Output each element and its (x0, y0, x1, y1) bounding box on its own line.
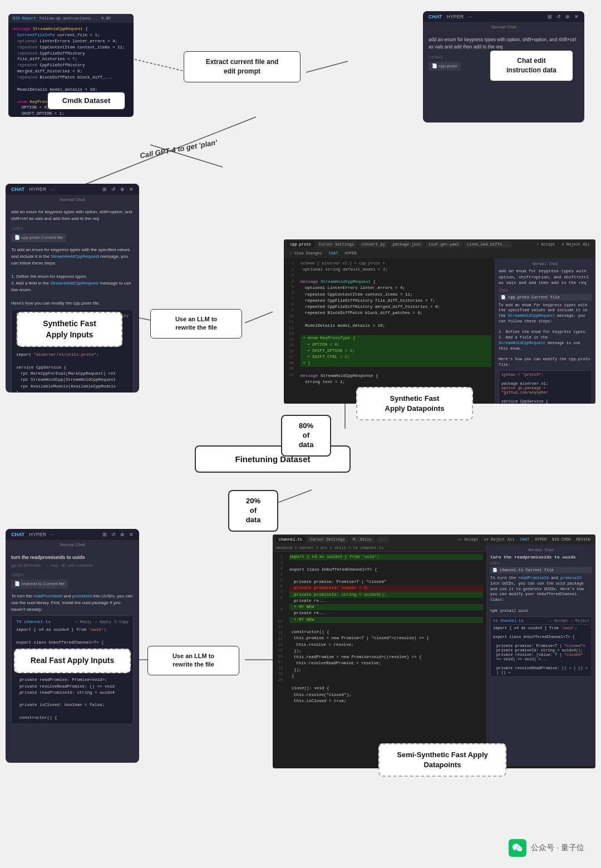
wx-icon (509, 839, 526, 857)
chat-bot-icon-refresh[interactable]: ↺ (111, 532, 116, 537)
terminal-tab-bar: BID Report Follow-up instructions... 0.8… (8, 14, 134, 23)
chat-bot-tab-more[interactable]: ··· (51, 532, 55, 537)
chat-tab-bot[interactable]: CHAT (518, 536, 531, 543)
chat-bot-icon-close[interactable]: ✕ (129, 532, 134, 537)
tab-clean-bad[interactable]: clean_bad_diff4... (464, 241, 512, 248)
vscode-mid-editor: cpp.proto Cursor Settings convert.py pac… (284, 239, 595, 404)
tab-cursor-settings-bot[interactable]: Cursor Settings (307, 536, 348, 543)
line-numbers-bot: 12345678 9 1011121314151617181920 (273, 552, 286, 763)
tab-convert-py[interactable]: convert.py (359, 241, 388, 248)
tab-cpp-proto[interactable]: cpp.proto (287, 241, 314, 248)
chat-mid-icon-close[interactable]: ✕ (129, 187, 134, 192)
synthetic-datapoints-label: Synthetic Fast Apply Datapoints (356, 387, 473, 420)
chat-bot-icon-pin[interactable]: ⊞ (102, 532, 107, 537)
bigcmdk-tab-bot[interactable]: BIG CMDK (550, 536, 573, 543)
chat-header-mid: CHAT HYPER ··· ⊞ ↺ ⊕ ✕ (6, 184, 139, 195)
percent-80-badge: 80% of data (281, 415, 331, 457)
tab-package-json[interactable]: package.json (390, 241, 423, 248)
svg-line-1 (306, 61, 348, 72)
cpp-proto-chip: 📄 cpp.proto (428, 62, 461, 71)
chat-header-bottom: CHAT HYPER ··· ⊞ ↺ ⊕ ✕ (6, 529, 139, 541)
apply-bot-action[interactable]: ✓ Apply (95, 619, 111, 625)
accept-accept[interactable]: ✓✓ Accept (456, 536, 480, 543)
chat-tab-hyper[interactable]: HYPER (446, 14, 464, 19)
cmdk-dataset-label: Cmdk Dataset (47, 92, 125, 110)
hyper-tab-bot[interactable]: HYPER (533, 536, 548, 543)
code-area-bot: import { v4 as uuidv4 } from 'uuid'; exp… (286, 552, 486, 763)
percent-20-badge: 20% of data (228, 490, 278, 532)
reject-all[interactable]: ✗ Reject All (560, 241, 592, 248)
chat-mid-tab-hyper[interactable]: HYPER (29, 187, 46, 192)
hyper-tab-mid[interactable]: HYPER (343, 250, 359, 257)
code-area-mid: schema { aiserver.v1 } > cpp.proto > opt… (297, 258, 495, 404)
chat-icon-close[interactable]: ✕ (574, 14, 579, 19)
chat-content-mid: add an enum for keypress types with opti… (6, 204, 139, 393)
chat-normal-title: Normal Chat (423, 23, 584, 32)
chat-edit-label-box: Chat edit instruction data (490, 50, 573, 81)
chat-mid-icon-add[interactable]: ⊕ (120, 187, 125, 192)
chat-icon-refresh[interactable]: ↺ (556, 14, 561, 19)
chat-mid-normal-title: Normal Chat (6, 195, 139, 204)
chat-header-top: CHAT HYPER ··· ⊞ ↺ ⊕ ✕ (423, 11, 584, 23)
vscode-mid-tabs: cpp.proto Cursor Settings convert.py pac… (284, 239, 595, 258)
chat-box-middle-left: CHAT HYPER ··· ⊞ ↺ ⊕ ✕ Normal Chat add a… (6, 184, 139, 393)
copy-bot-action[interactable]: ⎘ Copy (115, 619, 129, 625)
call-gpt4-label: Call GPT-4 to get 'plan' (139, 142, 250, 150)
bot-breadcrumb: backend > server > src > utils > ts chan… (273, 545, 486, 552)
reply-bot-action[interactable]: ↩ Reply (75, 619, 91, 625)
synthetic-inputs-label: Synthetic Fast Apply Inputs (17, 312, 122, 347)
view-changes[interactable]: ↕ View Changes (287, 250, 324, 257)
chat-box-bottom-left: CHAT HYPER ··· ⊞ ↺ ⊕ ✕ Normal Chat turn … (6, 529, 139, 763)
reject-all-bot[interactable]: ✗✗ Reject All (482, 536, 516, 543)
chat-tab-mid[interactable]: CHAT (327, 250, 341, 257)
wx-badge: 公众号 · 量子位 (509, 839, 584, 857)
vscode-bot-tabs: channel.ts Cursor Settings M..Utils ··· … (273, 534, 595, 545)
chat-bot-icon-add[interactable]: ⊕ (120, 532, 125, 537)
tab-bot-more[interactable]: ··· (377, 536, 390, 543)
chat-bot-tab-chat[interactable]: CHAT (11, 532, 24, 537)
svg-line-5 (245, 312, 273, 323)
tab-cursor-settings[interactable]: Cursor Settings (316, 241, 357, 248)
real-inputs-label: Real Fast Apply Inputs (14, 649, 131, 673)
chat-mid-icon-refresh[interactable]: ↺ (111, 187, 116, 192)
chat-icon-add[interactable]: ⊕ (565, 14, 570, 19)
tab-follow-up[interactable]: Follow-up instructions... (40, 16, 98, 21)
chat-tab-chat[interactable]: CHAT (428, 14, 442, 19)
line-numbers-mid: 1234567891011121314151617181920 (284, 258, 297, 404)
chat-mid-icon-pin[interactable]: ⊞ (102, 187, 107, 192)
tab-close[interactable]: 0.8K (101, 16, 111, 21)
llm-rewrite-bot-label: Use an LLM to rewrite the file (147, 646, 239, 675)
chat-icon-pin[interactable]: ⊞ (548, 14, 552, 19)
vscode-bot-editor: channel.ts Cursor Settings M..Utils ··· … (273, 534, 595, 768)
accept-all[interactable]: ✓ Accept (534, 241, 558, 248)
extract-label-box: Extract current file and edit prompt (184, 51, 300, 82)
tab-tsuf[interactable]: tsuf.gen.yaml (426, 241, 462, 248)
diagram-container: BID Report Follow-up instructions... 0.8… (0, 0, 601, 868)
tab-channel-ts[interactable]: channel.ts (276, 536, 305, 543)
tab-m-utils[interactable]: M..Utils (350, 536, 375, 543)
tab-bid-report[interactable]: BID Report (13, 16, 36, 21)
chat-mid-tab-chat[interactable]: CHAT (11, 187, 24, 192)
llm-rewrite-mid-label: Use an LLM to rewrite the file (150, 309, 242, 339)
chat-bot-normal-title: Normal Chat (6, 541, 139, 550)
semi-synthetic-datapoints-label: Semi-Synthetic Fast Apply Datapoints (378, 743, 506, 777)
chat-mid-tab-more[interactable]: ··· (51, 187, 55, 192)
chat-tab-more[interactable]: ··· (468, 14, 472, 19)
chat-bot-tab-hyper[interactable]: HYPER (29, 532, 46, 537)
review-tab-bot[interactable]: REVIEW (575, 536, 592, 543)
chat-content-bottom: turn the readpromiseids to uuids gpt-4o … (6, 550, 139, 729)
